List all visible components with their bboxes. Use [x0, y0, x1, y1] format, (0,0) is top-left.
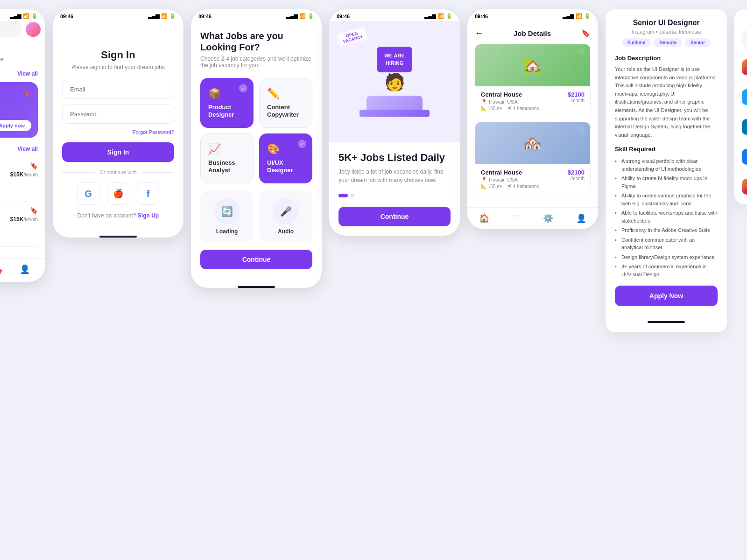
- phone-onboarding: 09:46 ▂▄▆ 📶 🔋 OPENVACANCY WE AREHIRING 🧑: [329, 9, 460, 236]
- product-designer-check: ✓: [239, 84, 247, 92]
- battery-3: 🔋: [308, 13, 314, 19]
- password-input[interactable]: [62, 105, 174, 124]
- detail-bookmark[interactable]: 🔖: [581, 29, 591, 38]
- platform-bottom: [359, 110, 430, 117]
- signal-3: ▂▄▆: [286, 13, 297, 19]
- back-arrow[interactable]: ←: [475, 28, 483, 38]
- time-2: 09:46: [60, 14, 73, 19]
- social-login-row: G 🍎 f: [62, 182, 174, 205]
- nav-person[interactable]: 👤: [20, 264, 30, 274]
- search-input[interactable]: [0, 26, 16, 33]
- jd-panel-header: Senior UI Designer Instagram • Jakarta, …: [615, 19, 718, 47]
- divider-line-left: [62, 172, 95, 173]
- view-all-link-1[interactable]: View all: [17, 70, 38, 77]
- list-item[interactable]: 📷 Senior UI Designer Instagram • Jakarta…: [734, 174, 747, 204]
- list-item[interactable]: 🐦 Senior UI Designer Instagram • Jakarta…: [0, 202, 38, 247]
- status-bar-2: 09:46 ▂▄▆ 📶 🔋: [53, 9, 183, 21]
- view-all-link-2[interactable]: View all: [17, 146, 38, 152]
- list-item[interactable]: 📷 Senior UI Designer Instagram • Jakarta…: [734, 55, 747, 84]
- list-item[interactable]: 🐦 Senior UI Designer Instagram • Jakarta…: [734, 84, 747, 114]
- house-sqft-1: 📐 165 m²: [481, 106, 502, 111]
- house-loc-1: 📍 Hawaii, USA: [481, 99, 539, 105]
- category-audio[interactable]: 🎤 Audio: [259, 191, 312, 242]
- jd-tag-remote: Remote: [654, 38, 682, 47]
- skill-4: Able to facilitate workshops and liaise …: [615, 208, 718, 225]
- battery-icon: 🔋: [31, 13, 38, 19]
- nav-heart-5[interactable]: ♡: [512, 213, 520, 224]
- signup-link[interactable]: Sign Up: [138, 212, 159, 219]
- house-heart-1[interactable]: ♡: [578, 48, 585, 57]
- category-content-copywriter[interactable]: ✏️ ContentCopywriter: [259, 78, 312, 128]
- house-emoji-1: 🏡: [523, 56, 542, 74]
- bottom-indicator-2: [99, 236, 137, 238]
- house-loc-2: 📍 Hawaii, USA: [481, 177, 539, 183]
- status-icons-3: ▂▄▆ 📶 🔋: [286, 13, 314, 19]
- onboarding-illustration: OPENVACANCY WE AREHIRING 🧑: [329, 21, 460, 142]
- category-product-designer[interactable]: 📦 ProductDesigner ✓: [200, 78, 254, 128]
- signin-title: Sign In: [62, 49, 174, 61]
- house-bath-1: 🚿 4 bathrooms: [506, 106, 539, 111]
- product-designer-label: ProductDesigner: [208, 104, 234, 118]
- status-icons-5: ▂▄▆ 📶 🔋: [563, 13, 591, 19]
- google-login-button[interactable]: G: [77, 182, 99, 205]
- house-card-2[interactable]: 🏘️ ♡ Central House 📍 Hawaii, USA 📐 165 m…: [475, 122, 591, 194]
- pagination-dots: [338, 194, 451, 197]
- sp-search-row: ← 🔍 UX/UI Designer: [742, 28, 747, 49]
- list-item[interactable]: in Senior UI Designer Instagram • Jakart…: [734, 114, 747, 144]
- time-3: 09:46: [198, 14, 211, 19]
- jd-company: Instagram • Jakarta, Indonesia: [615, 29, 718, 35]
- business-analyst-icon: 📈: [208, 143, 221, 155]
- jd-skills-title: Skill Required: [615, 146, 718, 153]
- uiux-designer-icon: 🎨: [267, 143, 280, 155]
- category-loading[interactable]: 🔄 Loading: [200, 191, 254, 242]
- job-company-1: Instagram • Jakarta, Indonesia: [0, 169, 0, 175]
- house-price-info-1: $2100 /month: [568, 91, 585, 103]
- house-card-1[interactable]: 🏡 ♡ Central House 📍 Hawaii, USA 📐 165 m²…: [475, 44, 591, 116]
- email-input[interactable]: [62, 80, 174, 99]
- forgot-password-link[interactable]: Forgot Password?: [62, 129, 174, 135]
- platform-base: [359, 96, 430, 117]
- category-business-analyst[interactable]: 📈 BusinessAnalyst: [200, 133, 254, 183]
- apply-now-button[interactable]: Apply Now: [615, 286, 718, 306]
- job-salary-bookmark-2: 🔖 $15K/Month: [5, 207, 38, 223]
- sp-logo-3: in: [742, 119, 747, 135]
- nav-bookmark[interactable]: 🔖: [0, 264, 3, 274]
- sp-logo-1: 📷: [742, 59, 747, 75]
- skill-2: Ability to create hi-fidelity mock-ups i…: [615, 174, 718, 191]
- categories-page-sub: Choose 2-4 job categories and we'll opti…: [200, 56, 312, 69]
- time-5: 09:46: [475, 14, 488, 19]
- onboarding-content: 5K+ Jobs Listed Daily Jocy listed a lot …: [329, 142, 460, 236]
- categories-continue-button[interactable]: Continue: [200, 250, 312, 269]
- job-salary-1: $15K/Month: [5, 171, 38, 178]
- suggested-section-header: Suggested Job View all: [0, 70, 38, 77]
- signin-button[interactable]: Sign In: [62, 142, 174, 162]
- wifi-3: 📶: [299, 13, 306, 19]
- facebook-login-button[interactable]: f: [137, 182, 159, 205]
- apple-login-button[interactable]: 🍎: [107, 182, 129, 205]
- loading-icon: 🔄: [214, 198, 240, 224]
- dot-inactive: [351, 194, 354, 197]
- featured-apply-button[interactable]: Apply now: [0, 120, 31, 131]
- house-info-2: Central House 📍 Hawaii, USA 📐 165 m² 🚿 4…: [475, 164, 590, 194]
- battery-2: 🔋: [169, 13, 176, 19]
- onboard-continue-button[interactable]: Continue: [338, 207, 451, 226]
- open-vacancy-badge: OPENVACANCY: [337, 27, 367, 47]
- audio-label: Audio: [278, 228, 294, 235]
- featured-job-card[interactable]: 🔖 G UX/UI Designer Google Fulltime Remot…: [0, 82, 38, 138]
- nav-home-5[interactable]: 🏠: [479, 213, 489, 224]
- house-info-1: Central House 📍 Hawaii, USA 📐 165 m² 🚿 4…: [475, 86, 590, 116]
- house-heart-2[interactable]: ♡: [578, 126, 585, 135]
- house-specs-1: 📐 165 m² 🚿 4 bathrooms: [481, 106, 539, 111]
- bottom-indicator-3: [238, 286, 275, 288]
- category-uiux-designer[interactable]: 🎨 UI/UXDesigner ✓: [259, 133, 312, 183]
- battery-5: 🔋: [584, 13, 591, 19]
- nav-person-5[interactable]: 👤: [576, 213, 586, 224]
- wifi-5: 📶: [576, 13, 582, 19]
- phone-signin: 09:46 ▂▄▆ 📶 🔋 Sign In Please sign in to …: [53, 9, 183, 238]
- bookmark-icon-featured[interactable]: 🔖: [22, 89, 31, 98]
- job-tags-2: Fulltime Remote Senior: [0, 223, 0, 242]
- list-item[interactable]: 📷 Senior UI Designer Instagram • Jakarta…: [0, 157, 38, 202]
- nav-settings-5[interactable]: ⚙️: [543, 213, 553, 224]
- onboard-sub: Jocy listed a lot of job vacancies daily…: [338, 168, 451, 184]
- list-item[interactable]: f Senior UI Designer Instagram • Jakarta…: [734, 144, 747, 174]
